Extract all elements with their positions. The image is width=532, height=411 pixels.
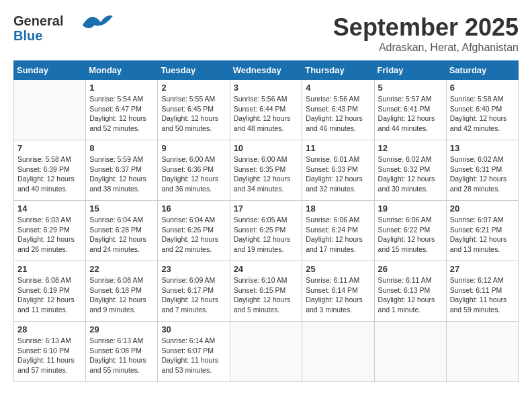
calendar-cell: 3Sunrise: 5:56 AMSunset: 6:44 PMDaylight…: [230, 80, 302, 140]
calendar-cell: 14Sunrise: 6:03 AMSunset: 6:29 PMDayligh…: [14, 201, 86, 261]
calendar-cell: 15Sunrise: 6:04 AMSunset: 6:28 PMDayligh…: [86, 201, 158, 261]
day-number: 21: [17, 264, 82, 274]
day-info: Sunrise: 6:03 AMSunset: 6:29 PMDaylight:…: [17, 215, 82, 255]
day-info: Sunrise: 6:06 AMSunset: 6:22 PMDaylight:…: [378, 215, 443, 255]
day-info: Sunrise: 6:07 AMSunset: 6:21 PMDaylight:…: [450, 215, 515, 255]
day-info: Sunrise: 5:54 AMSunset: 6:47 PMDaylight:…: [89, 94, 154, 134]
day-number: 13: [450, 143, 515, 153]
day-info: Sunrise: 6:13 AMSunset: 6:08 PMDaylight:…: [89, 336, 154, 375]
day-number: 11: [306, 143, 370, 153]
calendar-cell: 17Sunrise: 6:05 AMSunset: 6:25 PMDayligh…: [230, 201, 302, 261]
location-title: Adraskan, Herat, Afghanistan: [333, 42, 519, 54]
day-number: 6: [450, 83, 515, 93]
day-info: Sunrise: 5:56 AMSunset: 6:43 PMDaylight:…: [306, 94, 370, 134]
calendar-week-row: 7Sunrise: 5:58 AMSunset: 6:39 PMDaylight…: [14, 140, 519, 201]
weekday-header-saturday: Saturday: [446, 61, 518, 80]
weekday-header-sunday: Sunday: [14, 61, 86, 80]
day-info: Sunrise: 5:57 AMSunset: 6:41 PMDaylight:…: [378, 94, 443, 134]
calendar-cell: 27Sunrise: 6:12 AMSunset: 6:11 PMDayligh…: [446, 261, 518, 322]
day-info: Sunrise: 6:11 AMSunset: 6:14 PMDaylight:…: [306, 275, 370, 315]
day-info: Sunrise: 6:00 AMSunset: 6:35 PMDaylight:…: [234, 154, 299, 194]
calendar-cell: 24Sunrise: 6:10 AMSunset: 6:15 PMDayligh…: [230, 261, 302, 322]
weekday-header-friday: Friday: [374, 61, 446, 80]
weekday-header-row: SundayMondayTuesdayWednesdayThursdayFrid…: [14, 61, 519, 80]
day-info: Sunrise: 5:55 AMSunset: 6:45 PMDaylight:…: [161, 94, 226, 134]
day-info: Sunrise: 6:13 AMSunset: 6:10 PMDaylight:…: [17, 336, 82, 375]
calendar-cell: 22Sunrise: 6:08 AMSunset: 6:18 PMDayligh…: [86, 261, 158, 322]
day-info: Sunrise: 6:02 AMSunset: 6:31 PMDaylight:…: [450, 154, 515, 194]
day-number: 29: [89, 324, 154, 334]
day-number: 22: [89, 264, 154, 274]
calendar-cell: [374, 322, 446, 382]
calendar-cell: 13Sunrise: 6:02 AMSunset: 6:31 PMDayligh…: [446, 140, 518, 201]
day-info: Sunrise: 6:01 AMSunset: 6:33 PMDaylight:…: [306, 154, 370, 194]
day-info: Sunrise: 5:56 AMSunset: 6:44 PMDaylight:…: [234, 94, 299, 134]
calendar-cell: [14, 80, 86, 140]
calendar-cell: [302, 322, 374, 382]
calendar-header: SundayMondayTuesdayWednesdayThursdayFrid…: [14, 61, 519, 80]
day-number: 23: [161, 264, 226, 274]
calendar-cell: 20Sunrise: 6:07 AMSunset: 6:21 PMDayligh…: [446, 201, 518, 261]
logo-text: GeneralBlue: [13, 13, 126, 43]
weekday-header-wednesday: Wednesday: [230, 61, 302, 80]
day-number: 4: [306, 83, 370, 93]
day-info: Sunrise: 6:08 AMSunset: 6:19 PMDaylight:…: [17, 275, 82, 315]
calendar-cell: 7Sunrise: 5:58 AMSunset: 6:39 PMDaylight…: [14, 140, 86, 201]
day-info: Sunrise: 6:00 AMSunset: 6:36 PMDaylight:…: [161, 154, 226, 194]
calendar-cell: 21Sunrise: 6:08 AMSunset: 6:19 PMDayligh…: [14, 261, 86, 322]
day-number: 25: [306, 264, 370, 274]
calendar-cell: 6Sunrise: 5:58 AMSunset: 6:40 PMDaylight…: [446, 80, 518, 140]
calendar-cell: 8Sunrise: 5:59 AMSunset: 6:37 PMDaylight…: [86, 140, 158, 201]
calendar-cell: 5Sunrise: 5:57 AMSunset: 6:41 PMDaylight…: [374, 80, 446, 140]
day-number: 15: [89, 203, 154, 214]
day-info: Sunrise: 5:58 AMSunset: 6:40 PMDaylight:…: [450, 94, 515, 134]
calendar-cell: [446, 322, 518, 382]
day-info: Sunrise: 6:04 AMSunset: 6:28 PMDaylight:…: [89, 215, 154, 255]
calendar-cell: 9Sunrise: 6:00 AMSunset: 6:36 PMDaylight…: [158, 140, 230, 201]
day-number: 8: [89, 143, 154, 153]
calendar-table: SundayMondayTuesdayWednesdayThursdayFrid…: [13, 60, 519, 382]
day-number: 12: [378, 143, 443, 153]
calendar-cell: 25Sunrise: 6:11 AMSunset: 6:14 PMDayligh…: [302, 261, 374, 322]
day-number: 24: [234, 264, 299, 274]
day-number: 2: [161, 83, 226, 93]
calendar-cell: 30Sunrise: 6:14 AMSunset: 6:07 PMDayligh…: [158, 322, 230, 382]
day-info: Sunrise: 6:05 AMSunset: 6:25 PMDaylight:…: [234, 215, 299, 255]
calendar-cell: 16Sunrise: 6:04 AMSunset: 6:26 PMDayligh…: [158, 201, 230, 261]
day-number: 10: [234, 143, 299, 153]
day-number: 3: [234, 83, 299, 93]
calendar-cell: 4Sunrise: 5:56 AMSunset: 6:43 PMDaylight…: [302, 80, 374, 140]
calendar-cell: 29Sunrise: 6:13 AMSunset: 6:08 PMDayligh…: [86, 322, 158, 382]
calendar-cell: 10Sunrise: 6:00 AMSunset: 6:35 PMDayligh…: [230, 140, 302, 201]
calendar-cell: 11Sunrise: 6:01 AMSunset: 6:33 PMDayligh…: [302, 140, 374, 201]
weekday-header-monday: Monday: [86, 61, 158, 80]
day-number: 9: [161, 143, 226, 153]
day-info: Sunrise: 6:14 AMSunset: 6:07 PMDaylight:…: [161, 336, 226, 375]
month-title: September 2025: [333, 13, 519, 42]
day-info: Sunrise: 6:12 AMSunset: 6:11 PMDaylight:…: [450, 275, 515, 315]
day-info: Sunrise: 6:10 AMSunset: 6:15 PMDaylight:…: [234, 275, 299, 315]
calendar-cell: 19Sunrise: 6:06 AMSunset: 6:22 PMDayligh…: [374, 201, 446, 261]
logo: GeneralBlue: [13, 13, 126, 43]
day-number: 5: [378, 83, 443, 93]
day-number: 1: [89, 83, 154, 93]
day-number: 7: [17, 143, 82, 153]
day-info: Sunrise: 6:09 AMSunset: 6:17 PMDaylight:…: [161, 275, 226, 315]
day-info: Sunrise: 6:08 AMSunset: 6:18 PMDaylight:…: [89, 275, 154, 315]
calendar-cell: 18Sunrise: 6:06 AMSunset: 6:24 PMDayligh…: [302, 201, 374, 261]
logo-bird-icon: [66, 10, 126, 40]
day-number: 18: [306, 203, 370, 214]
day-info: Sunrise: 6:06 AMSunset: 6:24 PMDaylight:…: [306, 215, 370, 255]
day-info: Sunrise: 6:02 AMSunset: 6:32 PMDaylight:…: [378, 154, 443, 194]
calendar-cell: 28Sunrise: 6:13 AMSunset: 6:10 PMDayligh…: [14, 322, 86, 382]
calendar-cell: [230, 322, 302, 382]
calendar-cell: 2Sunrise: 5:55 AMSunset: 6:45 PMDaylight…: [158, 80, 230, 140]
calendar-cell: 1Sunrise: 5:54 AMSunset: 6:47 PMDaylight…: [86, 80, 158, 140]
day-number: 26: [378, 264, 443, 274]
calendar-body: 1Sunrise: 5:54 AMSunset: 6:47 PMDaylight…: [14, 80, 519, 382]
day-number: 19: [378, 203, 443, 214]
calendar-cell: 26Sunrise: 6:11 AMSunset: 6:13 PMDayligh…: [374, 261, 446, 322]
day-number: 30: [161, 324, 226, 334]
calendar-week-row: 14Sunrise: 6:03 AMSunset: 6:29 PMDayligh…: [14, 201, 519, 261]
day-info: Sunrise: 5:58 AMSunset: 6:39 PMDaylight:…: [17, 154, 82, 194]
